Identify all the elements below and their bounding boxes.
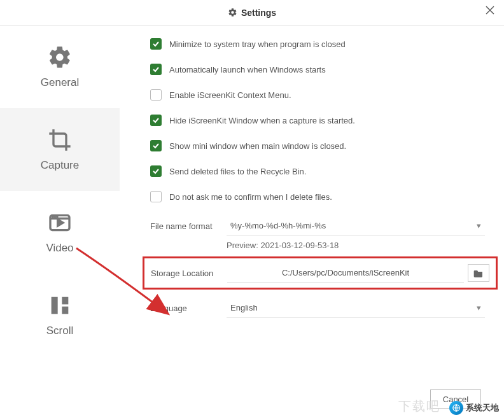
svg-rect-9 [62, 307, 68, 314]
sidebar-item-video[interactable]: Video [0, 191, 120, 274]
option-context-menu[interactable]: Enable iScreenKit Context Menu. [150, 89, 485, 101]
video-icon [47, 210, 73, 235]
option-hide-window[interactable]: Hide iScreenKit Window when a capture is… [150, 115, 485, 126]
svg-marker-3 [58, 220, 63, 226]
close-button[interactable] [485, 5, 495, 15]
filename-format-row: File name format %y-%mo-%d-%h-%mi-%s ▾ [150, 216, 485, 235]
option-label: Minimize to system tray when program is … [169, 39, 346, 49]
option-recycle-bin[interactable]: Send deleted files to the Recycle Bin. [150, 165, 485, 177]
option-show-mini[interactable]: Show mini window when main window is clo… [150, 140, 485, 151]
option-label: Hide iScreenKit Window when a capture is… [169, 116, 355, 125]
language-value: English [230, 303, 258, 312]
checkbox-checked-icon[interactable] [150, 64, 162, 75]
filename-format-value: %y-%mo-%d-%h-%mi-%s [230, 221, 326, 230]
option-label: Send deleted files to the Recycle Bin. [169, 167, 306, 176]
main-panel: Minimize to system tray when program is … [120, 25, 504, 420]
watermark: 系统天地 [449, 401, 499, 415]
option-label: Do not ask me to confirm when I delete f… [169, 192, 332, 202]
preview-label: Preview: [227, 241, 258, 250]
storage-path-value: C:/Users/pc/Documents/iScreenKit [282, 268, 409, 277]
svg-rect-8 [62, 297, 68, 305]
filename-preview: Preview: 2021-03-12-09-53-18 [227, 241, 485, 250]
checkbox-checked-icon[interactable] [150, 165, 162, 177]
option-minimize-tray[interactable]: Minimize to system tray when program is … [150, 38, 485, 50]
option-no-confirm[interactable]: Do not ask me to confirm when I delete f… [150, 191, 485, 202]
page-title: Settings [228, 8, 276, 18]
sidebar-item-scroll[interactable]: Scroll [0, 274, 120, 356]
checkbox-unchecked-icon[interactable] [150, 89, 162, 101]
storage-label: Storage Location [151, 269, 227, 278]
svg-point-6 [56, 216, 57, 218]
sidebar: General Capture Video Scroll [0, 25, 120, 420]
svg-point-5 [53, 216, 54, 218]
globe-icon [449, 401, 463, 415]
sidebar-item-label: Capture [41, 159, 79, 172]
option-auto-launch[interactable]: Automatically launch when Windows starts [150, 64, 485, 75]
storage-path-input[interactable]: C:/Users/pc/Documents/iScreenKit [227, 263, 464, 283]
header: Settings [0, 0, 504, 25]
sidebar-item-label: Video [46, 242, 73, 255]
filename-format-select[interactable]: %y-%mo-%d-%h-%mi-%s ▾ [227, 216, 485, 235]
gear-icon [47, 45, 73, 70]
language-row: Language English ▾ [150, 298, 485, 318]
checkbox-checked-icon[interactable] [150, 115, 162, 126]
option-label: Show mini window when main window is clo… [169, 141, 346, 151]
checkbox-checked-icon[interactable] [150, 38, 162, 50]
folder-icon [473, 269, 484, 277]
watermark-faint: 下载吧 [398, 398, 440, 415]
gear-icon [228, 8, 237, 17]
page-title-text: Settings [241, 8, 276, 18]
watermark-text: 系统天地 [466, 402, 499, 414]
chevron-down-icon: ▾ [477, 303, 481, 312]
sidebar-item-label: Scroll [46, 325, 74, 337]
option-label: Enable iScreenKit Context Menu. [169, 90, 291, 100]
language-select[interactable]: English ▾ [227, 298, 485, 318]
sidebar-item-label: General [41, 76, 79, 89]
scroll-icon [47, 293, 73, 318]
sidebar-item-capture[interactable]: Capture [0, 108, 120, 191]
checkbox-checked-icon[interactable] [150, 140, 162, 151]
preview-value: 2021-03-12-09-53-18 [260, 241, 339, 250]
chevron-down-icon: ▾ [477, 221, 481, 230]
language-label: Language [150, 304, 227, 313]
svg-rect-7 [52, 297, 58, 314]
sidebar-item-general[interactable]: General [0, 25, 120, 108]
browse-folder-button[interactable] [468, 264, 489, 282]
filename-format-label: File name format [150, 221, 227, 231]
option-label: Automatically launch when Windows starts [169, 65, 326, 74]
storage-highlight-box: Storage Location C:/Users/pc/Documents/i… [143, 256, 498, 290]
crop-icon [47, 127, 73, 153]
checkbox-unchecked-icon[interactable] [150, 191, 162, 202]
